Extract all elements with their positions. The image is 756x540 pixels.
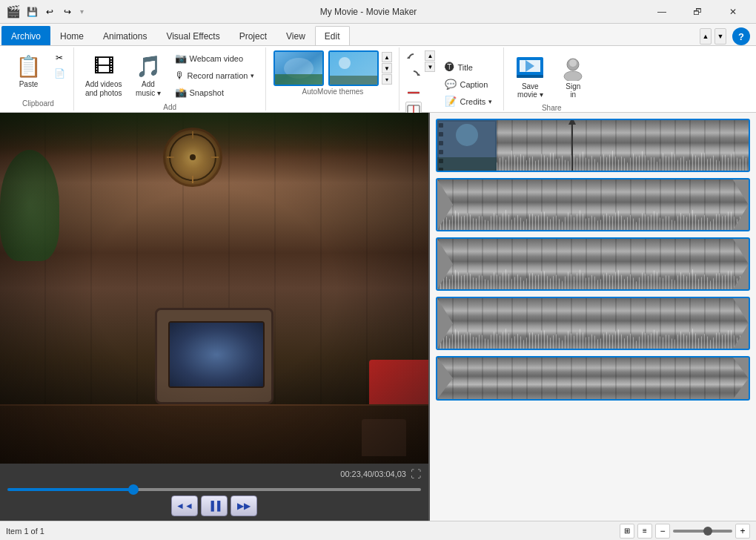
- add-music-label: Addmusic ▾: [136, 80, 161, 98]
- trim-icon: [407, 86, 420, 99]
- status-right: ⊞ ≡ − +: [620, 524, 750, 539]
- svg-point-17: [564, 71, 582, 81]
- add-videos-button[interactable]: 🎞 Add videosand photos: [80, 50, 127, 102]
- ribbon: 📋 Paste ✂ 📄 Clipboard 🎞 Add videosand ph…: [0, 46, 756, 113]
- theme-2-preview: [330, 52, 377, 85]
- add-music-button[interactable]: 🎵 Addmusic ▾: [130, 50, 167, 102]
- paste-icon: 📋: [16, 54, 42, 79]
- ribbon-tabs: Archivo Home Animations Visual Effects P…: [0, 24, 756, 46]
- credits-button[interactable]: 📝 Credits ▾: [440, 93, 497, 109]
- caption-button[interactable]: 💬 Caption: [440, 76, 497, 92]
- record-label: Record narration: [188, 71, 248, 80]
- save-movie-button[interactable]: Savemovie ▾: [510, 50, 550, 102]
- zoom-out-icon: −: [660, 526, 665, 536]
- svg-point-20: [456, 124, 478, 146]
- clipboard-small-buttons: ✂ 📄: [51, 50, 67, 81]
- video-preview: [0, 113, 428, 464]
- title-icon: 🅣: [445, 62, 454, 73]
- svg-rect-24: [439, 141, 443, 145]
- tab-animations[interactable]: Animations: [93, 26, 156, 45]
- themes-dropdown[interactable]: ▾: [382, 74, 392, 85]
- save-button[interactable]: 💾: [24, 4, 40, 20]
- theme-1-button[interactable]: [273, 50, 324, 86]
- clip-1-image: [437, 120, 497, 172]
- prev-icon: ◄◄: [176, 501, 193, 511]
- app-icon: 🎬: [6, 4, 21, 19]
- qat-dropdown[interactable]: ▾: [80, 7, 84, 16]
- sign-in-button[interactable]: Signin: [553, 50, 593, 102]
- webcam-video-button[interactable]: 📷 Webcam video: [170, 50, 260, 66]
- trim-button[interactable]: [405, 85, 422, 101]
- editing-scroll-up[interactable]: ▲: [425, 50, 435, 61]
- add-label: Add: [163, 103, 176, 111]
- view-btn-1[interactable]: ⊞: [620, 524, 634, 539]
- maximize-button[interactable]: 🗗: [680, 0, 714, 24]
- title-label: Title: [457, 63, 472, 72]
- theme-2-button[interactable]: [328, 50, 379, 86]
- svg-rect-22: [439, 123, 443, 128]
- copy-button[interactable]: 📄: [51, 66, 67, 81]
- add-videos-label: Add videosand photos: [85, 80, 122, 98]
- share-group: Savemovie ▾ Signin Share: [504, 47, 599, 111]
- clip-1-waveform: [497, 120, 749, 171]
- share-content: Savemovie ▾ Signin: [510, 50, 593, 102]
- cut-button[interactable]: ✂: [51, 50, 67, 65]
- tab-home[interactable]: Home: [50, 26, 93, 45]
- webcam-icon: 📷: [175, 53, 187, 64]
- undo-button[interactable]: ↩: [42, 4, 58, 20]
- title-button[interactable]: 🅣 Title: [440, 59, 497, 75]
- timeline-clip-4[interactable]: [436, 297, 750, 350]
- help-button[interactable]: ?: [732, 27, 750, 45]
- theme-1-preview: [275, 52, 322, 85]
- add-videos-icon: 🎞: [93, 54, 114, 79]
- timeline-clip-1[interactable]: [436, 119, 750, 172]
- tab-visual-effects[interactable]: Visual Effects: [156, 26, 229, 45]
- close-button[interactable]: ✕: [716, 0, 750, 24]
- credits-icon: 📝: [445, 96, 457, 107]
- ribbon-nav-up[interactable]: ▲: [700, 28, 712, 45]
- save-movie-label: Savemovie ▾: [517, 82, 543, 99]
- fullscreen-button[interactable]: ⛶: [411, 468, 421, 480]
- themes-scroll-up[interactable]: ▲: [382, 52, 392, 62]
- prev-frame-button[interactable]: ◄◄: [171, 495, 198, 516]
- timeline-scroll[interactable]: [430, 113, 756, 521]
- rotate-left-icon: [407, 52, 420, 65]
- zoom-slider[interactable]: [673, 530, 732, 533]
- play-pause-button[interactable]: ▐▐: [201, 495, 228, 516]
- save-movie-icon: [515, 54, 545, 81]
- tab-archivo[interactable]: Archivo: [1, 26, 50, 45]
- tab-project[interactable]: Project: [230, 26, 276, 45]
- minimize-button[interactable]: —: [645, 0, 679, 24]
- tab-view[interactable]: View: [276, 26, 315, 45]
- window-controls: — 🗗 ✕: [645, 0, 750, 24]
- timeline-clip-2[interactable]: [436, 178, 750, 231]
- clip-1-thumbnail: [437, 120, 497, 171]
- caption-label: Caption: [460, 80, 488, 89]
- share-label: Share: [542, 104, 562, 112]
- view-btn-2[interactable]: ≡: [637, 524, 652, 539]
- clipboard-group: 📋 Paste ✂ 📄 Clipboard: [3, 47, 74, 111]
- timeline-clip-3[interactable]: [436, 237, 750, 291]
- svg-rect-9: [408, 92, 420, 93]
- clip-5-content: [437, 358, 749, 399]
- timeline-clip-5[interactable]: [436, 356, 750, 401]
- zoom-in-button[interactable]: +: [735, 524, 750, 539]
- timecode: 00:23,40/03:04,03: [340, 470, 406, 478]
- next-icon: ▶▶: [237, 501, 251, 511]
- svg-rect-27: [439, 168, 443, 172]
- editing-scroll-down[interactable]: ▼: [425, 62, 435, 72]
- tab-edit[interactable]: Edit: [315, 26, 350, 45]
- editing-content: ▲ ▼ 🅣 Title 💬 Caption 📝 Credits ▾: [405, 50, 497, 118]
- paste-button[interactable]: 📋 Paste: [9, 50, 48, 92]
- next-frame-button[interactable]: ▶▶: [231, 495, 257, 516]
- record-narration-button[interactable]: 🎙 Record narration ▾: [170, 68, 260, 83]
- ribbon-nav-down[interactable]: ▼: [714, 28, 726, 45]
- seek-bar[interactable]: [7, 488, 421, 491]
- rotate-left-button[interactable]: [405, 50, 422, 67]
- zoom-out-button[interactable]: −: [655, 524, 670, 539]
- redo-button[interactable]: ↪: [59, 4, 76, 20]
- rotate-right-button[interactable]: [405, 68, 422, 84]
- svg-rect-2: [275, 74, 322, 85]
- themes-scroll-down[interactable]: ▼: [382, 63, 392, 73]
- snapshot-button[interactable]: 📸 Snapshot: [170, 85, 260, 100]
